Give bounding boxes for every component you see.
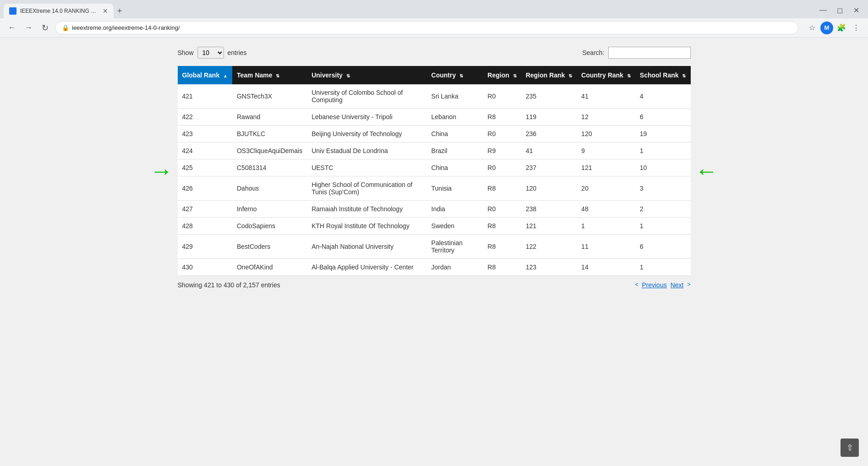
- cell-global_rank: 429: [178, 235, 232, 259]
- profile-button[interactable]: M: [820, 22, 833, 34]
- cell-university: Al-Balqa Applied University - Center: [307, 259, 426, 276]
- sort-icon-country: ⇅: [459, 73, 463, 78]
- menu-button[interactable]: ⋮: [850, 22, 863, 34]
- show-label: Show: [178, 49, 194, 56]
- col-country[interactable]: Country ⇅: [427, 66, 483, 84]
- back-button[interactable]: ←: [5, 22, 18, 34]
- cell-team_name: OneOfAKind: [232, 259, 307, 276]
- cell-region_rank: 121: [521, 218, 577, 235]
- cell-region: R8: [483, 235, 521, 259]
- showing-text: Showing 421 to 430 of 2,157 entries: [178, 281, 280, 289]
- table-row: 426DahousHigher School of Communication …: [178, 176, 691, 201]
- cell-global_rank: 430: [178, 259, 232, 276]
- active-tab[interactable]: IEEEXtreme 14.0 RANKING – IEE… ✕: [4, 4, 114, 18]
- cell-country: Tunisia: [427, 176, 483, 201]
- cell-team_name: CodoSapiens: [232, 218, 307, 235]
- col-region[interactable]: Region ⇅: [483, 66, 521, 84]
- tab-close-button[interactable]: ✕: [103, 7, 108, 15]
- tab-favicon: [9, 7, 16, 15]
- left-scroll-arrow: →: [150, 159, 173, 182]
- table-row: 422RawandLebanese University - TripoliLe…: [178, 109, 691, 126]
- cell-global_rank: 426: [178, 176, 232, 201]
- cell-team_name: GNSTech3X: [232, 84, 307, 109]
- cell-global_rank: 423: [178, 126, 232, 143]
- new-tab-button[interactable]: +: [114, 5, 126, 18]
- cell-global_rank: 422: [178, 109, 232, 126]
- col-global-rank[interactable]: Global Rank ▲: [178, 66, 232, 84]
- cell-university: Higher School of Communication of Tunis …: [307, 176, 426, 201]
- col-school-rank[interactable]: School Rank ⇅: [635, 66, 691, 84]
- forward-button[interactable]: →: [22, 22, 35, 34]
- cell-school_rank: 10: [635, 159, 691, 176]
- cell-team_name: BJUTKLC: [232, 126, 307, 143]
- cell-university: Lebanese University - Tripoli: [307, 109, 426, 126]
- previous-button[interactable]: Previous: [642, 281, 666, 289]
- cell-team_name: BestCoders: [232, 235, 307, 259]
- cell-country_rank: 14: [577, 259, 635, 276]
- cell-country: Sweden: [427, 218, 483, 235]
- bookmark-button[interactable]: ☆: [806, 22, 819, 34]
- col-country-rank[interactable]: Country Rank ⇅: [577, 66, 635, 84]
- cell-school_rank: 1: [635, 218, 691, 235]
- url-text: ieeextreme.org/ieeextreme-14-0-ranking/: [72, 24, 180, 31]
- cell-university: KTH Royal Institute Of Technology: [307, 218, 426, 235]
- cell-team_name: OS3CliqueAquiDemais: [232, 143, 307, 159]
- maximize-button[interactable]: ◻: [833, 4, 846, 16]
- cell-region: R8: [483, 176, 521, 201]
- cell-university: UESTC: [307, 159, 426, 176]
- cell-country: Jordan: [427, 259, 483, 276]
- cell-country_rank: 11: [577, 235, 635, 259]
- cell-country_rank: 12: [577, 109, 635, 126]
- table-row: 425C5081314UESTCChinaR023712110: [178, 159, 691, 176]
- sort-icon-university: ⇅: [346, 73, 350, 78]
- col-team-name[interactable]: Team Name ⇅: [232, 66, 307, 84]
- main-content: Show 10 25 50 100 entries Search: →: [159, 38, 709, 298]
- next-arrow: >: [687, 281, 690, 289]
- search-input[interactable]: [608, 47, 691, 59]
- close-window-button[interactable]: ✕: [850, 4, 863, 16]
- cell-global_rank: 425: [178, 159, 232, 176]
- cell-region: R0: [483, 84, 521, 109]
- cell-school_rank: 1: [635, 259, 691, 276]
- sort-icon-team-name: ⇅: [276, 73, 279, 78]
- extensions-button[interactable]: 🧩: [835, 22, 848, 34]
- tab-bar: IEEEXtreme 14.0 RANKING – IEE… ✕ + — ◻ ✕: [0, 0, 868, 18]
- cell-university: Univ Estadual De Londrina: [307, 143, 426, 159]
- cell-university: Ramaiah Institute of Technology: [307, 201, 426, 218]
- minimize-button[interactable]: —: [817, 4, 830, 16]
- cell-country: Palestinian Territory: [427, 235, 483, 259]
- cell-country: China: [427, 126, 483, 143]
- cell-school_rank: 2: [635, 201, 691, 218]
- scroll-top-button[interactable]: ⇧: [841, 439, 859, 457]
- cell-region_rank: 237: [521, 159, 577, 176]
- col-region-rank[interactable]: Region Rank ⇅: [521, 66, 577, 84]
- cell-country_rank: 1: [577, 218, 635, 235]
- url-bar[interactable]: 🔒 ieeextreme.org/ieeextreme-14-0-ranking…: [55, 21, 798, 34]
- table-row: 430OneOfAKindAl-Balqa Applied University…: [178, 259, 691, 276]
- cell-country_rank: 20: [577, 176, 635, 201]
- cell-country_rank: 48: [577, 201, 635, 218]
- next-button[interactable]: Next: [671, 281, 684, 289]
- entries-select[interactable]: 10 25 50 100: [197, 47, 224, 59]
- cell-global_rank: 421: [178, 84, 232, 109]
- cell-region_rank: 119: [521, 109, 577, 126]
- entries-label: entries: [228, 49, 247, 56]
- table-row: 423BJUTKLCBeijing University of Technolo…: [178, 126, 691, 143]
- cell-country: Lebanon: [427, 109, 483, 126]
- right-scroll-arrow: ←: [695, 159, 718, 182]
- browser-actions: ☆ M 🧩 ⋮: [806, 22, 863, 34]
- table-row: 424OS3CliqueAquiDemaisUniv Estadual De L…: [178, 143, 691, 159]
- header-row: Global Rank ▲ Team Name ⇅ University ⇅ C…: [178, 66, 691, 84]
- table-wrapper: → Global Rank ▲ Team Name ⇅ University ⇅: [178, 66, 691, 276]
- ranking-table: Global Rank ▲ Team Name ⇅ University ⇅ C…: [178, 66, 691, 276]
- search-area: Search:: [582, 47, 690, 59]
- cell-region_rank: 122: [521, 235, 577, 259]
- cell-region: R0: [483, 201, 521, 218]
- cell-country_rank: 9: [577, 143, 635, 159]
- cell-region_rank: 123: [521, 259, 577, 276]
- reload-button[interactable]: ↻: [38, 22, 51, 34]
- table-body: 421GNSTech3XUniversity of Colombo School…: [178, 84, 691, 276]
- cell-region: R0: [483, 126, 521, 143]
- cell-global_rank: 424: [178, 143, 232, 159]
- col-university[interactable]: University ⇅: [307, 66, 426, 84]
